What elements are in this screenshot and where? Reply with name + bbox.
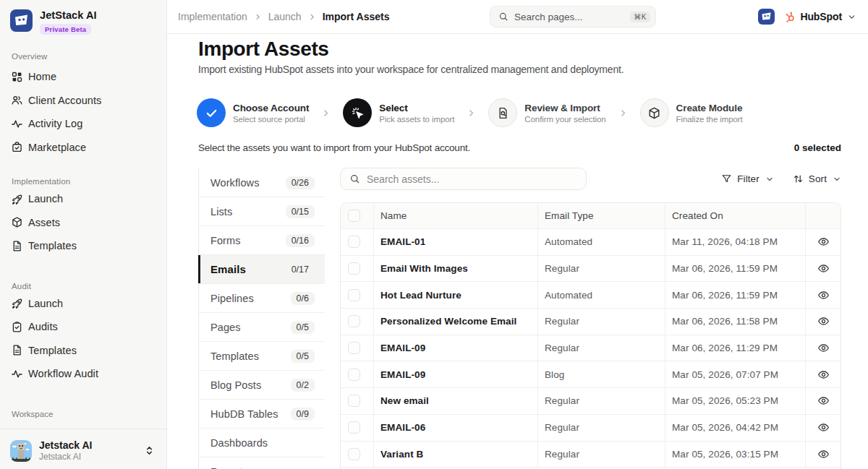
category-label: Reports (210, 466, 247, 469)
sidebar-item-launch[interactable]: Launch (10, 187, 156, 211)
brand-title: JetStack AI (40, 9, 97, 21)
sidebar-item-templates[interactable]: Templates (10, 234, 156, 258)
eye-icon (817, 421, 830, 434)
preview-button[interactable] (814, 259, 833, 278)
sidebar-item-marketplace[interactable]: Marketplace (10, 136, 156, 160)
assets-search-placeholder: Search assets... (367, 173, 439, 185)
sidebar-item-assets[interactable]: Assets (10, 211, 156, 235)
step-circle (197, 98, 226, 127)
select-all-checkbox[interactable] (348, 210, 360, 222)
category-label: HubDB Tables (210, 408, 278, 420)
row-checkbox[interactable] (348, 236, 360, 248)
sidebar-item-launch[interactable]: Launch (10, 292, 156, 316)
category-item-hubdb-tables[interactable]: HubDB Tables 0/9 (199, 400, 325, 429)
workspace-section: Workspace Jetstack AI Jetstack AI (10, 410, 156, 462)
category-count-badge: 0/5 (291, 321, 315, 334)
category-label: Blog Posts (210, 379, 261, 391)
breadcrumb: ImplementationLaunchImport Assets (178, 11, 390, 22)
row-checkbox[interactable] (348, 289, 360, 301)
nav-section-label: Audit (12, 282, 156, 291)
cell-email-type: Automated (545, 236, 592, 247)
preview-button[interactable] (814, 233, 833, 251)
box-icon (11, 216, 23, 228)
sidebar-item-label: Templates (28, 345, 77, 356)
account-switcher[interactable]: HubSpot (784, 11, 856, 23)
row-checkbox[interactable] (348, 395, 360, 407)
chevron-right-icon (618, 108, 628, 118)
preview-button[interactable] (814, 365, 833, 384)
category-item-workflows[interactable]: Workflows 0/26 (199, 168, 325, 197)
category-item-emails[interactable]: Emails 0/17 (199, 255, 325, 284)
filter-button[interactable]: Filter (721, 173, 774, 184)
workspace-divider (0, 429, 166, 429)
dashboard-icon (11, 71, 23, 83)
preview-button[interactable] (814, 418, 833, 437)
row-checkbox[interactable] (348, 448, 360, 460)
category-item-forms[interactable]: Forms 0/16 (199, 226, 325, 255)
category-item-pipelines[interactable]: Pipelines 0/6 (199, 284, 325, 313)
column-header-name[interactable]: Name (380, 210, 407, 221)
preview-button[interactable] (814, 392, 833, 410)
table-row: Variant B Regular Mar 05, 2026, 03:15 PM (341, 442, 841, 468)
funnel-icon (721, 173, 732, 184)
sidebar-item-templates[interactable]: Templates (10, 339, 156, 363)
category-item-templates[interactable]: Templates 0/5 (199, 342, 325, 371)
column-header-type[interactable]: Email Type (545, 210, 594, 221)
preview-button[interactable] (814, 285, 833, 304)
row-checkbox[interactable] (348, 342, 360, 354)
global-search-input[interactable]: Search pages... ⌘K (490, 6, 656, 27)
row-checkbox[interactable] (348, 369, 360, 381)
rocket-icon (11, 297, 23, 309)
select-instruction: Select the assets you want to import fro… (198, 142, 470, 155)
eye-icon (817, 342, 830, 354)
chevron-down-icon (765, 175, 774, 184)
row-checkbox[interactable] (348, 262, 360, 275)
breadcrumb-import-assets: Import Assets (323, 11, 390, 22)
row-checkbox[interactable] (348, 421, 360, 434)
stepper: Choose Account Select source portal Sele… (197, 98, 841, 127)
sidebar-item-client-accounts[interactable]: Client Accounts (10, 89, 156, 113)
preview-button[interactable] (814, 312, 833, 331)
sidebar-item-home[interactable]: Home (10, 65, 156, 89)
step-title: Select (379, 103, 454, 113)
row-checkbox[interactable] (348, 315, 360, 327)
breadcrumb-implementation[interactable]: Implementation (178, 11, 247, 22)
sidebar-item-audits[interactable]: Audits (10, 315, 156, 339)
step-subtitle: Pick assets to import (379, 115, 454, 124)
category-item-blog-posts[interactable]: Blog Posts 0/2 (199, 371, 325, 400)
cell-created-on: Mar 05, 2026, 04:42 PM (672, 422, 778, 433)
sidebar-nav: Overview Home Client Accounts Activity L… (10, 35, 156, 386)
assets-search-input[interactable]: Search assets... (340, 168, 587, 190)
sort-button[interactable]: Sort (793, 173, 841, 184)
column-header-created[interactable]: Created On (672, 210, 723, 221)
table-row: New email Regular Mar 05, 2026, 05:23 PM (341, 388, 841, 415)
step-review-import: Review & Import Confirm your selection (488, 98, 605, 127)
preview-button[interactable] (814, 339, 833, 358)
nav-section-label: Implementation (12, 177, 156, 186)
file-icon (11, 344, 23, 356)
step-circle (343, 98, 372, 127)
sidebar-item-label: Home (28, 71, 56, 82)
page-title: Import Assets (198, 37, 841, 61)
category-item-reports[interactable]: Reports (199, 457, 325, 469)
workspace-switcher[interactable]: Jetstack AI Jetstack AI (10, 439, 156, 462)
table-row: EMAIL-01 Automated Mar 11, 2026, 04:18 P… (341, 229, 841, 256)
preview-button[interactable] (814, 444, 833, 463)
category-label: Dashboards (210, 437, 268, 449)
cell-email-type: Blog (545, 369, 564, 380)
cell-email-type: Regular (545, 395, 579, 406)
breadcrumb-launch[interactable]: Launch (268, 11, 302, 22)
cell-created-on: Mar 06, 2026, 11:29 PM (672, 343, 778, 353)
sidebar-item-workflow-audit[interactable]: Workflow Audit (10, 362, 156, 386)
category-count-badge: 0/9 (291, 408, 315, 421)
category-item-pages[interactable]: Pages 0/5 (199, 313, 325, 342)
selected-count: 0 selected (794, 142, 841, 155)
rocket-icon (11, 193, 23, 205)
sidebar-item-label: Marketplace (28, 142, 86, 153)
sidebar-item-activity-log[interactable]: Activity Log (10, 112, 156, 136)
step-subtitle: Finalize the import (676, 115, 743, 124)
category-item-dashboards[interactable]: Dashboards (199, 429, 325, 457)
category-panel: Workflows 0/26 Lists 0/15 Forms 0/16 Ema… (198, 168, 325, 469)
category-item-lists[interactable]: Lists 0/15 (199, 197, 325, 226)
cell-name: Personalized Welcome Email (380, 316, 516, 327)
